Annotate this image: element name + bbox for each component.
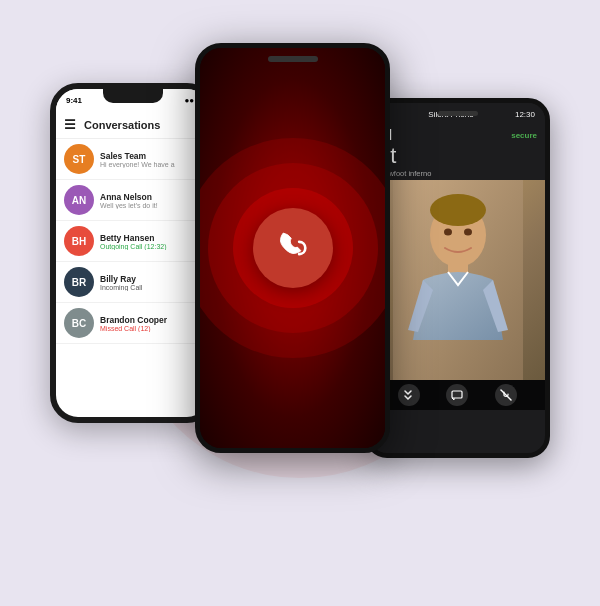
list-item[interactable]: ANAnna NelsonWell yes let's do it!: [56, 180, 209, 221]
menu-icon[interactable]: ☰: [64, 117, 76, 132]
call-transfer-icon: [403, 389, 415, 401]
phone-center: [195, 43, 390, 453]
person-svg: [393, 180, 523, 380]
iphone-notch: [103, 89, 163, 103]
action-bar: [370, 380, 545, 410]
message-btn[interactable]: [446, 384, 468, 406]
right-time: 12:30: [515, 110, 535, 119]
mute-btn[interactable]: [495, 384, 517, 406]
list-item[interactable]: BHBetty HansenOutgoing Call (12:32): [56, 221, 209, 262]
call-name-partial: nt: [378, 145, 537, 167]
avatar: BR: [64, 267, 94, 297]
center-sensor: [268, 56, 318, 62]
list-item[interactable]: STSales TeamHi everyone! We have a: [56, 139, 209, 180]
call-location: crowfoot inferno: [378, 169, 537, 178]
svg-rect-6: [452, 391, 462, 398]
list-item[interactable]: BRBilly RayIncoming Call: [56, 262, 209, 303]
avatar: BH: [64, 226, 94, 256]
avatar: BC: [64, 308, 94, 338]
conv-name: Betty Hansen: [100, 233, 201, 243]
left-time: 9:41: [66, 96, 82, 105]
conv-name: Anna Nelson: [100, 192, 201, 202]
conv-sub: Outgoing Call (12:32): [100, 243, 201, 250]
list-item[interactable]: BCBrandon CooperMissed Call (12): [56, 303, 209, 344]
mute-icon: [500, 389, 512, 401]
call-icon-button[interactable]: [253, 208, 333, 288]
conv-sub: Missed Call (12): [100, 325, 201, 332]
phones-container: 9:41 ●●● ☰ Conversations STSales TeamHi …: [50, 43, 550, 563]
svg-point-2: [430, 194, 486, 226]
phone-icon: [271, 226, 315, 270]
conv-name: Sales Team: [100, 151, 201, 161]
person-photo: [370, 180, 545, 380]
conversations-title: Conversations: [84, 119, 160, 131]
conv-sub: Incoming Call: [100, 284, 201, 291]
secure-badge: secure: [511, 131, 537, 140]
avatar: ST: [64, 144, 94, 174]
left-header-bar: ☰ Conversations: [56, 111, 209, 139]
phone-left: 9:41 ●●● ☰ Conversations STSales TeamHi …: [50, 83, 215, 423]
svg-point-4: [444, 229, 452, 236]
conv-name: Billy Ray: [100, 274, 201, 284]
svg-point-5: [464, 229, 472, 236]
avatar: AN: [64, 185, 94, 215]
message-icon: [451, 389, 463, 401]
conv-sub: Well yes let's do it!: [100, 202, 201, 209]
call-transfer-btn[interactable]: [398, 384, 420, 406]
conv-sub: Hi everyone! We have a: [100, 161, 201, 168]
conv-name: Brandon Cooper: [100, 315, 201, 325]
conversation-list: STSales TeamHi everyone! We have aANAnna…: [56, 139, 209, 344]
center-screen: [200, 48, 385, 448]
phone-right: ☰ Silent Phone 12:30 all secure nt crowf…: [365, 98, 550, 458]
right-sensor: [438, 111, 478, 116]
